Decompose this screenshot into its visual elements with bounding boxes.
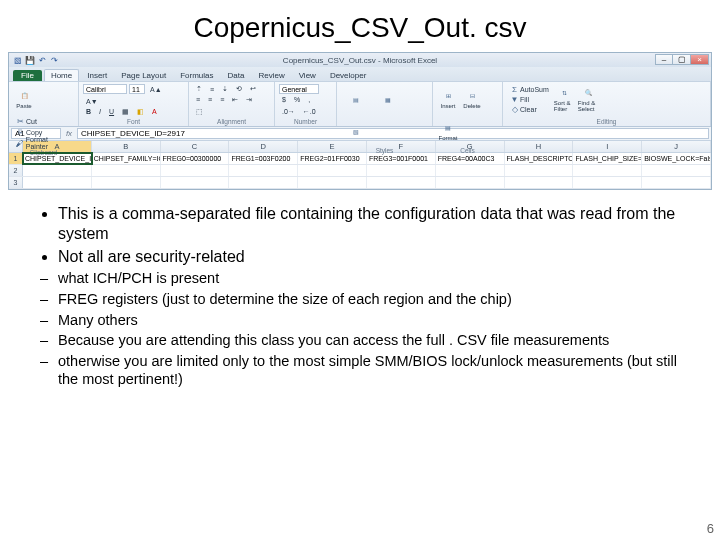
group-label-cells: Cells <box>437 147 498 154</box>
cell[interactable] <box>229 177 298 188</box>
col-header[interactable]: I <box>573 141 642 152</box>
cell[interactable] <box>298 165 367 176</box>
tab-home[interactable]: Home <box>44 69 79 81</box>
cell[interactable]: FREG1=003F0200 <box>229 153 298 164</box>
orientation-button[interactable]: ⟲ <box>233 84 245 94</box>
cell[interactable] <box>505 165 574 176</box>
tab-insert[interactable]: Insert <box>81 70 113 81</box>
format-cells-button[interactable]: ▤Format <box>437 116 459 146</box>
autosum-button[interactable]: ΣAutoSum <box>507 84 552 94</box>
cell[interactable] <box>229 165 298 176</box>
align-middle-button[interactable]: ≡ <box>207 84 217 94</box>
cell[interactable] <box>573 165 642 176</box>
cell[interactable]: FREG2=01FF0030 <box>298 153 367 164</box>
inc-decimal-button[interactable]: .0→ <box>279 107 298 117</box>
comma-button[interactable]: , <box>305 95 313 105</box>
cell[interactable] <box>23 165 92 176</box>
font-name-combo[interactable]: Calibri <box>83 84 127 94</box>
maximize-button[interactable]: ▢ <box>673 54 691 65</box>
cell[interactable] <box>436 165 505 176</box>
cell[interactable] <box>642 177 711 188</box>
shrink-font-button[interactable]: A▼ <box>83 96 101 106</box>
wrap-text-button[interactable]: ↩ <box>247 84 259 94</box>
paste-button[interactable]: 📋 Paste <box>13 84 35 114</box>
format-as-table-button[interactable]: ▦ <box>373 84 403 114</box>
align-left-button[interactable]: ≡ <box>193 95 203 105</box>
cell[interactable]: FREG0=00300000 <box>161 153 230 164</box>
col-header[interactable]: J <box>642 141 711 152</box>
align-right-button[interactable]: ≡ <box>217 95 227 105</box>
cond-format-button[interactable]: ▤ <box>341 84 371 114</box>
tab-review[interactable]: Review <box>252 70 290 81</box>
indent-inc-button[interactable]: ⇥ <box>243 95 255 105</box>
row-header[interactable]: 3 <box>9 177 23 188</box>
tab-developer[interactable]: Developer <box>324 70 372 81</box>
merge-button[interactable]: ⬚ <box>193 107 206 117</box>
cell[interactable] <box>161 177 230 188</box>
tab-page-layout[interactable]: Page Layout <box>115 70 172 81</box>
cell[interactable]: BIOSWE_LOCK=False <box>642 153 711 164</box>
window-buttons: – ▢ × <box>655 54 709 65</box>
cell[interactable]: FLASH_DESCRIPTOR_MODE=True <box>505 153 574 164</box>
insert-cells-button[interactable]: ⊞Insert <box>437 84 459 114</box>
cell-styles-button[interactable]: ▧ <box>341 116 371 146</box>
align-top-button[interactable]: ⇡ <box>193 84 205 94</box>
cell[interactable]: FREG3=001F0001 <box>367 153 436 164</box>
save-icon[interactable]: 💾 <box>25 55 35 65</box>
find-label: Find & Select <box>578 100 600 112</box>
percent-button[interactable]: % <box>291 95 303 105</box>
cell[interactable] <box>367 165 436 176</box>
align-center-button[interactable]: ≡ <box>205 95 215 105</box>
close-button[interactable]: × <box>691 54 709 65</box>
col-header[interactable]: D <box>229 141 298 152</box>
font-color-button[interactable]: A <box>149 107 160 117</box>
undo-icon[interactable]: ↶ <box>37 55 47 65</box>
format-painter-button[interactable]: 🖌Format Painter <box>13 138 74 148</box>
cut-button[interactable]: ✂Cut <box>13 116 74 126</box>
cell[interactable] <box>92 177 161 188</box>
fill-button[interactable]: ▼Fill <box>507 94 552 104</box>
sort-filter-button[interactable]: ⇅Sort & Filter <box>554 84 576 114</box>
cell[interactable] <box>436 177 505 188</box>
cell[interactable]: CHIPSET_FAMILY=ICH9 <box>92 153 161 164</box>
dec-decimal-button[interactable]: ←.0 <box>300 107 319 117</box>
cell[interactable]: CHIPSET_DEVICE_ID=2917 <box>23 153 92 164</box>
col-header[interactable]: H <box>505 141 574 152</box>
find-select-button[interactable]: 🔍Find & Select <box>578 84 600 114</box>
cell[interactable] <box>573 177 642 188</box>
grow-font-button[interactable]: A▲ <box>147 84 165 94</box>
table-row: 2 <box>9 165 711 177</box>
copy-label: Copy <box>26 129 42 136</box>
row-header[interactable]: 2 <box>9 165 23 176</box>
italic-button[interactable]: I <box>96 107 104 117</box>
cell[interactable] <box>642 165 711 176</box>
cell[interactable]: FREG4=00A00C3 <box>436 153 505 164</box>
indent-dec-button[interactable]: ⇤ <box>229 95 241 105</box>
tab-data[interactable]: Data <box>222 70 251 81</box>
col-header[interactable]: B <box>92 141 161 152</box>
font-size-combo[interactable]: 11 <box>129 84 145 94</box>
minimize-button[interactable]: – <box>655 54 673 65</box>
bold-button[interactable]: B <box>83 107 94 117</box>
border-button[interactable]: ▦ <box>119 107 132 117</box>
cell[interactable] <box>367 177 436 188</box>
cell[interactable] <box>23 177 92 188</box>
fill-color-button[interactable]: ◧ <box>134 107 147 117</box>
cell[interactable] <box>161 165 230 176</box>
redo-icon[interactable]: ↷ <box>49 55 59 65</box>
cell[interactable] <box>298 177 367 188</box>
col-header[interactable]: C <box>161 141 230 152</box>
clear-button[interactable]: ◇Clear <box>507 104 552 114</box>
currency-button[interactable]: $ <box>279 95 289 105</box>
tab-file[interactable]: File <box>13 70 42 81</box>
number-format-combo[interactable]: General <box>279 84 319 94</box>
align-bottom-button[interactable]: ⇣ <box>219 84 231 94</box>
fill-icon: ▼ <box>510 95 519 104</box>
cell[interactable] <box>92 165 161 176</box>
delete-cells-button[interactable]: ⊟Delete <box>461 84 483 114</box>
cell[interactable] <box>505 177 574 188</box>
cell[interactable]: FLASH_CHIP_SIZE=00400000 <box>573 153 642 164</box>
tab-formulas[interactable]: Formulas <box>174 70 219 81</box>
tab-view[interactable]: View <box>293 70 322 81</box>
underline-button[interactable]: U <box>106 107 117 117</box>
